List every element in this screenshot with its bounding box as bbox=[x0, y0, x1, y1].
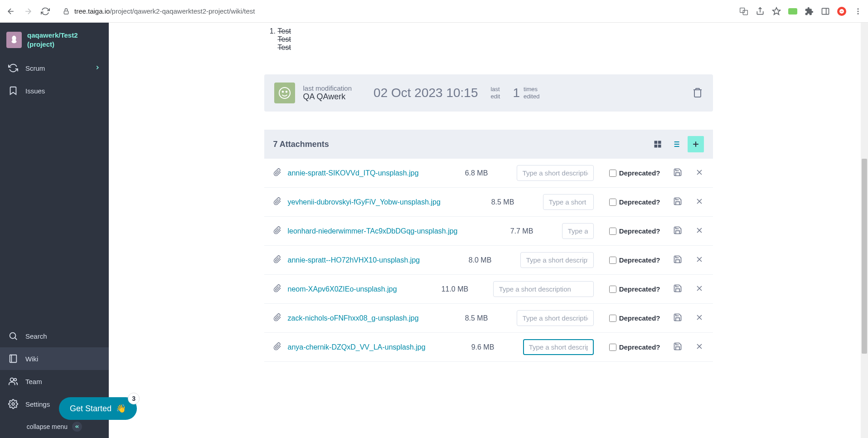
avatar bbox=[274, 83, 295, 103]
sidebar-item-label: Search bbox=[25, 332, 47, 340]
paperclip-icon bbox=[273, 168, 281, 178]
attachment-name[interactable]: yevhenii-dubrovskyi-fGyFiV_Yobw-unsplash… bbox=[288, 198, 441, 206]
close-icon[interactable] bbox=[695, 226, 704, 236]
share-icon[interactable] bbox=[756, 7, 765, 16]
view-grid-button[interactable] bbox=[650, 136, 666, 152]
nav-top: Scrum Issues bbox=[0, 57, 109, 102]
mod-times: 1 bbox=[513, 86, 520, 100]
attachment-row: annie-spratt--HO72hVHX10-unsplash.jpg 8.… bbox=[264, 246, 713, 275]
project-name: qaqawerk/Test2 (project) bbox=[27, 31, 102, 49]
close-icon[interactable] bbox=[695, 284, 704, 294]
star-icon[interactable] bbox=[772, 7, 781, 16]
deprecated-checkbox[interactable]: Deprecated? bbox=[609, 198, 660, 206]
attachment-size: 8.0 MB bbox=[469, 256, 505, 264]
attachment-description-input[interactable] bbox=[517, 310, 594, 326]
book-icon bbox=[8, 354, 18, 364]
sidebar-item-label: Wiki bbox=[25, 355, 38, 363]
ext-green-icon[interactable] bbox=[788, 7, 797, 16]
main-content: Test Test Test last modification QA QAwe… bbox=[109, 23, 868, 438]
scrollbar[interactable] bbox=[861, 23, 868, 438]
add-attachment-button[interactable] bbox=[688, 136, 704, 152]
menu-icon[interactable] bbox=[853, 7, 863, 16]
sidebar-item-wiki[interactable]: Wiki bbox=[0, 347, 109, 370]
translate-icon[interactable] bbox=[739, 7, 748, 16]
attachment-description-input[interactable] bbox=[562, 223, 594, 239]
attachment-description-input[interactable] bbox=[493, 281, 594, 297]
save-icon[interactable] bbox=[673, 255, 682, 265]
deprecated-checkbox[interactable]: Deprecated? bbox=[609, 314, 660, 322]
save-icon[interactable] bbox=[673, 313, 682, 323]
search-icon bbox=[8, 331, 18, 341]
save-icon[interactable] bbox=[673, 197, 682, 207]
svg-rect-18 bbox=[658, 145, 661, 148]
svg-point-10 bbox=[14, 379, 17, 381]
save-icon[interactable] bbox=[673, 226, 682, 236]
reload-button[interactable] bbox=[40, 6, 51, 17]
attachment-name[interactable]: annie-spratt-SIKOVVd_ITQ-unsplash.jpg bbox=[288, 169, 419, 177]
mod-author: QA QAwerk bbox=[303, 92, 352, 102]
close-icon[interactable] bbox=[695, 255, 704, 265]
svg-point-11 bbox=[12, 403, 15, 405]
sidebar-item-scrum[interactable]: Scrum bbox=[0, 57, 109, 79]
sidebar-item-label: Settings bbox=[25, 400, 50, 408]
deprecated-checkbox[interactable]: Deprecated? bbox=[609, 285, 660, 293]
project-header[interactable]: qaqawerk/Test2 (project) bbox=[0, 23, 109, 57]
svg-rect-16 bbox=[658, 141, 661, 144]
browser-toolbar: tree.taiga.io/project/qawerk2-qaqawerkte… bbox=[0, 0, 868, 23]
sidebar-item-issues[interactable]: Issues bbox=[0, 79, 109, 102]
attachment-name[interactable]: neom-XApv6X0ZIEo-unsplash.jpg bbox=[288, 285, 397, 293]
view-list-button[interactable] bbox=[668, 136, 684, 152]
svg-rect-17 bbox=[654, 145, 657, 148]
chevron-right-icon bbox=[94, 64, 101, 72]
url-path: /project/qawerk2-qaqawerktest2-project/w… bbox=[110, 7, 255, 15]
attachment-name[interactable]: anya-chernik-DZQxD_VV_LA-unsplash.jpg bbox=[288, 343, 426, 351]
attachment-name[interactable]: zack-nichols-oFNFhxx08_g-unsplash.jpg bbox=[288, 314, 419, 322]
back-button[interactable] bbox=[5, 6, 16, 17]
close-icon[interactable] bbox=[695, 313, 704, 323]
bookmark-icon bbox=[8, 86, 18, 96]
attachment-description-input[interactable] bbox=[543, 194, 594, 210]
extensions-icon[interactable] bbox=[805, 7, 814, 16]
panel-icon[interactable] bbox=[821, 7, 830, 16]
attachment-description-input[interactable] bbox=[517, 165, 594, 181]
sidebar-item-search[interactable]: Search bbox=[0, 325, 109, 347]
mod-label: last modification bbox=[303, 84, 352, 92]
deprecated-checkbox[interactable]: Deprecated? bbox=[609, 343, 660, 351]
attachment-name[interactable]: annie-spratt--HO72hVHX10-unsplash.jpg bbox=[288, 256, 420, 264]
svg-rect-3 bbox=[822, 8, 829, 14]
delete-button[interactable] bbox=[692, 87, 703, 99]
attachment-row: leonhard-niederwimmer-TAc9xDbDGqg-unspla… bbox=[264, 217, 713, 246]
close-icon[interactable] bbox=[695, 197, 704, 207]
deprecated-checkbox[interactable]: Deprecated? bbox=[609, 169, 660, 177]
sidebar-item-label: Scrum bbox=[25, 64, 45, 72]
save-icon[interactable] bbox=[673, 168, 682, 178]
wave-icon: 👋 bbox=[116, 404, 126, 414]
wiki-list-item: Test Test Test bbox=[278, 27, 713, 52]
save-icon[interactable] bbox=[673, 342, 682, 352]
paperclip-icon bbox=[273, 342, 281, 352]
svg-rect-15 bbox=[654, 141, 657, 144]
close-icon[interactable] bbox=[695, 168, 704, 178]
save-icon[interactable] bbox=[673, 284, 682, 294]
attachment-description-input[interactable] bbox=[523, 339, 594, 355]
collapse-label: collapse menu bbox=[27, 423, 68, 430]
attachment-size: 6.8 MB bbox=[465, 169, 501, 177]
get-started-button[interactable]: Get Started 👋 3 bbox=[59, 397, 137, 420]
ext-red-icon[interactable] bbox=[837, 7, 846, 16]
attachments-title: 7 Attachments bbox=[273, 140, 329, 149]
deprecated-checkbox[interactable]: Deprecated? bbox=[609, 227, 660, 235]
sidebar-item-label: Issues bbox=[25, 87, 45, 95]
address-bar[interactable]: tree.taiga.io/project/qawerk2-qaqawerkte… bbox=[57, 4, 733, 19]
forward-button[interactable] bbox=[23, 6, 34, 17]
sidebar-item-team[interactable]: Team bbox=[0, 370, 109, 393]
attachment-size: 11.0 MB bbox=[441, 285, 478, 293]
attachments-header: 7 Attachments bbox=[264, 130, 713, 159]
close-icon[interactable] bbox=[695, 342, 704, 352]
mod-date: 02 Oct 2023 10:15 bbox=[373, 86, 478, 100]
deprecated-checkbox[interactable]: Deprecated? bbox=[609, 256, 660, 264]
attachment-size: 8.5 MB bbox=[491, 198, 528, 206]
attachment-description-input[interactable] bbox=[520, 252, 594, 268]
attachment-name[interactable]: leonhard-niederwimmer-TAc9xDbDGqg-unspla… bbox=[288, 227, 458, 235]
url-host: tree.taiga.io bbox=[74, 7, 110, 15]
attachment-size: 8.5 MB bbox=[465, 314, 501, 322]
